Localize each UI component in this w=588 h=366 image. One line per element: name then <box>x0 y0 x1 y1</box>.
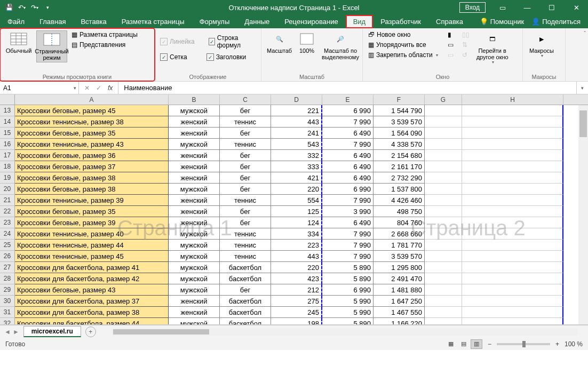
zoom-percent[interactable]: 100 % <box>565 340 583 348</box>
cell[interactable] <box>462 116 563 128</box>
arrange-all-button[interactable]: ▦Упорядочить все <box>366 41 440 49</box>
cell[interactable]: 443 <box>271 251 322 262</box>
cell[interactable] <box>462 240 563 251</box>
table-row[interactable]: 31 Кроссовки для баскетбола, размер 38 ж… <box>0 307 588 318</box>
cell[interactable]: мужской <box>169 262 220 273</box>
collapse-ribbon-icon[interactable]: ˆ <box>584 30 586 37</box>
table-row[interactable]: 21 Кроссовки теннисные, размер 39 женски… <box>0 195 588 206</box>
cell[interactable]: мужской <box>169 228 220 240</box>
row-header[interactable]: 15 <box>0 128 15 139</box>
zoom-in-icon[interactable]: + <box>555 340 559 348</box>
cell[interactable]: 7 990 <box>322 251 374 262</box>
col-header-h[interactable]: H <box>462 94 563 105</box>
signin-button[interactable]: Вход <box>459 2 486 13</box>
col-header-g[interactable]: G <box>425 94 462 105</box>
row-header[interactable]: 18 <box>0 161 15 172</box>
cell[interactable]: Кроссовки теннисные, размер 45 <box>15 251 169 262</box>
cell[interactable]: теннис <box>220 195 271 206</box>
cell[interactable]: 554 <box>271 195 322 206</box>
table-row[interactable]: 18 Кроссовки беговые, размер 37 женский … <box>0 161 588 172</box>
cell[interactable]: теннис <box>220 139 271 150</box>
cell[interactable] <box>425 217 462 228</box>
cell[interactable] <box>425 307 462 318</box>
cell[interactable] <box>462 296 563 307</box>
cell[interactable]: 421 <box>271 172 322 184</box>
cell[interactable]: Кроссовки теннисные, размер 38 <box>15 116 169 128</box>
zoom-out-icon[interactable]: − <box>488 340 491 348</box>
cell[interactable]: Кроссовки теннисные, размер 39 <box>15 195 169 206</box>
cell[interactable]: 198 <box>271 318 322 325</box>
cell[interactable]: Кроссовки беговые, размер 39 <box>15 217 169 228</box>
cell[interactable]: теннис <box>220 251 271 262</box>
col-header-a[interactable]: A <box>15 94 169 105</box>
table-row[interactable]: 30 Кроссовки для баскетбола, размер 37 ж… <box>0 296 588 307</box>
headings-checkbox[interactable]: ✓Заголовки <box>204 53 249 61</box>
cell[interactable] <box>462 195 563 206</box>
col-header-b[interactable]: B <box>169 94 220 105</box>
cell[interactable]: 1 647 250 <box>374 296 425 307</box>
sheet-nav-next-icon[interactable]: ► <box>13 328 19 336</box>
cell[interactable]: 2 161 170 <box>374 161 425 172</box>
share-button[interactable]: 👤Поделиться <box>531 18 581 26</box>
cell[interactable]: женский <box>169 128 220 139</box>
cell[interactable]: 5 890 <box>322 262 374 273</box>
table-row[interactable]: 19 Кроссовки беговые, размер 38 женский … <box>0 172 588 184</box>
zoom-100-button[interactable]: 100% <box>296 30 317 55</box>
cell[interactable]: 2 491 470 <box>374 273 425 284</box>
cell[interactable]: 333 <box>271 161 322 172</box>
split-button[interactable]: ▮ <box>446 30 456 39</box>
cell[interactable]: Кроссовки для баскетбола, размер 37 <box>15 296 169 307</box>
cell[interactable] <box>462 150 563 161</box>
cell[interactable]: бег <box>220 172 271 184</box>
cell[interactable] <box>462 284 563 296</box>
chevron-down-icon[interactable]: ▾ <box>74 85 76 91</box>
sheet-tab[interactable]: microexcel.ru <box>23 326 81 337</box>
cell[interactable]: 125 <box>271 206 322 217</box>
cell[interactable]: теннис <box>220 116 271 128</box>
cell[interactable]: Кроссовки беговые, размер 45 <box>15 105 169 116</box>
cell[interactable]: 124 <box>271 217 322 228</box>
cell[interactable]: женский <box>169 307 220 318</box>
cell[interactable]: 498 750 <box>374 206 425 217</box>
horizontal-scrollbar[interactable] <box>112 328 577 336</box>
cell[interactable] <box>425 262 462 273</box>
cell[interactable] <box>425 284 462 296</box>
cell[interactable]: мужской <box>169 318 220 325</box>
table-row[interactable]: 26 Кроссовки теннисные, размер 45 мужско… <box>0 251 588 262</box>
tab-insert[interactable]: Вставка <box>73 15 114 28</box>
cell[interactable]: 241 <box>271 128 322 139</box>
page-break-view-button[interactable]: Страничный режим <box>36 30 67 62</box>
cell[interactable]: бег <box>220 150 271 161</box>
cell[interactable]: 6 490 <box>322 172 374 184</box>
cell[interactable]: 4 338 570 <box>374 139 425 150</box>
cell[interactable]: баскетбол <box>220 318 271 325</box>
cell[interactable]: Кроссовки беговые, размер 38 <box>15 184 169 195</box>
cell[interactable] <box>462 262 563 273</box>
cell[interactable] <box>425 318 462 325</box>
row-header[interactable]: 30 <box>0 296 15 307</box>
cell[interactable]: Кроссовки теннисные, размер 44 <box>15 240 169 251</box>
cell[interactable]: 6 490 <box>322 161 374 172</box>
cell[interactable] <box>462 184 563 195</box>
spreadsheet-grid[interactable]: A B C D E F G H 13 Кроссовки беговые, ра… <box>0 94 588 325</box>
select-all-corner[interactable] <box>0 94 15 105</box>
name-box[interactable]: A1▾ <box>0 82 79 94</box>
cell[interactable]: бег <box>220 161 271 172</box>
undo-icon[interactable]: ↶▾ <box>16 2 28 13</box>
cell[interactable] <box>425 251 462 262</box>
cell[interactable]: Кроссовки теннисные, размер 43 <box>15 139 169 150</box>
cell[interactable]: 1 481 880 <box>374 284 425 296</box>
cell[interactable]: бег <box>220 184 271 195</box>
cell[interactable] <box>425 273 462 284</box>
cell[interactable] <box>462 217 563 228</box>
row-header[interactable]: 13 <box>0 105 15 116</box>
cell[interactable] <box>425 228 462 240</box>
cell[interactable] <box>425 184 462 195</box>
table-row[interactable]: 32 Кроссовки для баскетбола, размер 44 м… <box>0 318 588 325</box>
table-row[interactable]: 24 Кроссовки теннисные, размер 40 мужско… <box>0 228 588 240</box>
cell[interactable] <box>462 206 563 217</box>
cell[interactable]: 5 890 <box>322 273 374 284</box>
cell[interactable]: 1 544 790 <box>374 105 425 116</box>
cell[interactable]: мужской <box>169 284 220 296</box>
add-sheet-button[interactable]: + <box>85 327 96 337</box>
